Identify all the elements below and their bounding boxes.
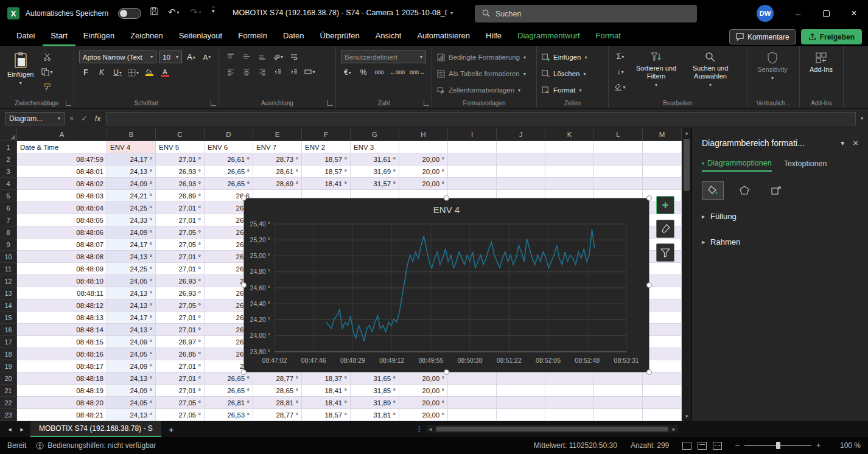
- cell[interactable]: 27,01 °: [156, 324, 205, 336]
- effects-icon-button[interactable]: [733, 181, 755, 200]
- cell[interactable]: 08:48:09: [17, 263, 107, 275]
- cell[interactable]: 20,00 °: [399, 166, 448, 178]
- cancel-formula-icon[interactable]: ×: [69, 114, 74, 123]
- cell[interactable]: 27,05 °: [156, 226, 205, 239]
- cell[interactable]: 27,05 °: [156, 299, 205, 312]
- row-header[interactable]: 1: [0, 141, 17, 153]
- cell[interactable]: ENV 3: [351, 141, 399, 153]
- cell[interactable]: [448, 409, 497, 421]
- cell[interactable]: 27,01 °: [156, 202, 205, 214]
- undo-button[interactable]: ↶▾: [168, 7, 180, 18]
- cell[interactable]: 27,01 °: [156, 372, 205, 385]
- name-box[interactable]: Diagram... ▾: [5, 112, 65, 125]
- delete-cells-button[interactable]: Löschen▾: [542, 67, 587, 80]
- resize-handle[interactable]: [646, 195, 652, 201]
- dialog-launcher-icon[interactable]: [327, 100, 333, 106]
- cell[interactable]: 24,09 °: [107, 385, 156, 397]
- cell[interactable]: [399, 141, 448, 153]
- row-header[interactable]: 3: [0, 166, 17, 178]
- cell[interactable]: 28,73 °: [253, 153, 302, 166]
- increase-decimal-button[interactable]: ←000: [388, 66, 406, 79]
- cell[interactable]: 08:48:19: [17, 385, 107, 397]
- font-name-select[interactable]: Aptos Narrow (Text▾: [79, 51, 156, 63]
- pane-collapse-chevron-icon[interactable]: ▾: [841, 139, 844, 147]
- decrease-decimal-button[interactable]: 000→: [408, 66, 426, 79]
- cell[interactable]: 24,21 °: [107, 190, 156, 202]
- column-header-J[interactable]: J: [497, 128, 545, 141]
- row-header[interactable]: 13: [0, 287, 17, 299]
- cell[interactable]: 24,05 °: [107, 397, 156, 409]
- column-header-C[interactable]: C: [156, 128, 205, 141]
- cell[interactable]: [594, 385, 643, 397]
- cell[interactable]: 08:48:05: [17, 214, 107, 226]
- cell[interactable]: 26,85 °: [156, 348, 205, 360]
- status-average[interactable]: Mittelwert: 1102520:50:30: [534, 441, 617, 450]
- tab-text-options[interactable]: Textoptionen: [784, 159, 827, 171]
- cell[interactable]: 20,00 °: [399, 153, 448, 166]
- merge-center-button[interactable]: ▾: [303, 66, 317, 78]
- cell[interactable]: [497, 397, 545, 409]
- cell[interactable]: 08:48:01: [17, 166, 107, 178]
- row-header[interactable]: 5: [0, 190, 17, 202]
- ribbon-tab-datei[interactable]: Datei: [9, 27, 43, 46]
- cell[interactable]: 27,01 °: [156, 312, 205, 324]
- section-fill[interactable]: ▸ Füllung: [702, 207, 858, 225]
- sheet-nav-left-icon[interactable]: ◂: [4, 425, 16, 433]
- row-header[interactable]: 12: [0, 275, 17, 287]
- cell[interactable]: [448, 166, 497, 178]
- chevron-down-icon[interactable]: ▾: [177, 10, 180, 15]
- fill-line-icon-button[interactable]: [702, 181, 724, 200]
- select-all-corner[interactable]: [0, 128, 17, 141]
- cell[interactable]: 26,81 °: [205, 397, 253, 409]
- cell[interactable]: [545, 385, 594, 397]
- cell[interactable]: ENV 7: [253, 141, 302, 153]
- cell[interactable]: [643, 141, 682, 153]
- cell[interactable]: 27,01 °: [156, 214, 205, 226]
- cell[interactable]: [643, 153, 682, 166]
- zoom-in-icon[interactable]: +: [816, 441, 821, 450]
- cell[interactable]: 24,05 °: [107, 348, 156, 360]
- customize-quick-access-icon[interactable]: ▾: [212, 7, 215, 14]
- row-header[interactable]: 22: [0, 397, 17, 409]
- cell[interactable]: 26,93 °: [156, 166, 205, 178]
- cell[interactable]: 28,65 °: [253, 385, 302, 397]
- ribbon-tab-seitenlayout[interactable]: Seitenlayout: [171, 27, 231, 46]
- horizontal-scrollbar[interactable]: ◂ ▸: [426, 425, 678, 433]
- chart-filters-button[interactable]: [656, 243, 674, 262]
- align-bottom-button[interactable]: [256, 51, 269, 63]
- search-box[interactable]: [475, 5, 697, 23]
- resize-handle[interactable]: [241, 369, 247, 375]
- resize-handle[interactable]: [646, 282, 652, 288]
- column-header-M[interactable]: M: [643, 128, 682, 141]
- cell[interactable]: [594, 372, 643, 385]
- insert-function-icon[interactable]: fx: [95, 114, 101, 123]
- comments-button[interactable]: Kommentare: [729, 29, 796, 44]
- cell[interactable]: [497, 385, 545, 397]
- share-button[interactable]: Freigeben: [801, 29, 862, 44]
- cell[interactable]: 28,77 °: [253, 372, 302, 385]
- orientation-button[interactable]: ab▾: [271, 51, 285, 63]
- status-mode[interactable]: Bereit: [7, 441, 26, 450]
- user-avatar[interactable]: DW: [757, 5, 774, 22]
- cell[interactable]: 27,05 °: [156, 239, 205, 251]
- column-header-F[interactable]: F: [302, 128, 351, 141]
- cell[interactable]: 27,01 °: [156, 251, 205, 263]
- resize-handle[interactable]: [241, 195, 247, 201]
- scrollbar-thumb[interactable]: [684, 139, 690, 191]
- cell[interactable]: 31,89 °: [351, 397, 399, 409]
- dialog-launcher-icon[interactable]: [424, 100, 429, 106]
- close-button[interactable]: ×: [840, 0, 868, 27]
- resize-handle[interactable]: [646, 369, 652, 375]
- ribbon-tab-zeichnen[interactable]: Zeichnen: [122, 27, 170, 46]
- cell[interactable]: 24,13 °: [107, 287, 156, 299]
- cell[interactable]: ENV 6: [205, 141, 253, 153]
- cell[interactable]: 20,00 °: [399, 372, 448, 385]
- cell[interactable]: 24,17 °: [107, 312, 156, 324]
- zoom-slider-thumb[interactable]: [776, 442, 780, 449]
- pane-close-icon[interactable]: ×: [853, 138, 858, 148]
- cell[interactable]: 08:48:18: [17, 372, 107, 385]
- comma-format-button[interactable]: 000: [373, 66, 386, 79]
- cell[interactable]: [448, 372, 497, 385]
- cell[interactable]: 24,13 °: [107, 166, 156, 178]
- cell[interactable]: [497, 409, 545, 421]
